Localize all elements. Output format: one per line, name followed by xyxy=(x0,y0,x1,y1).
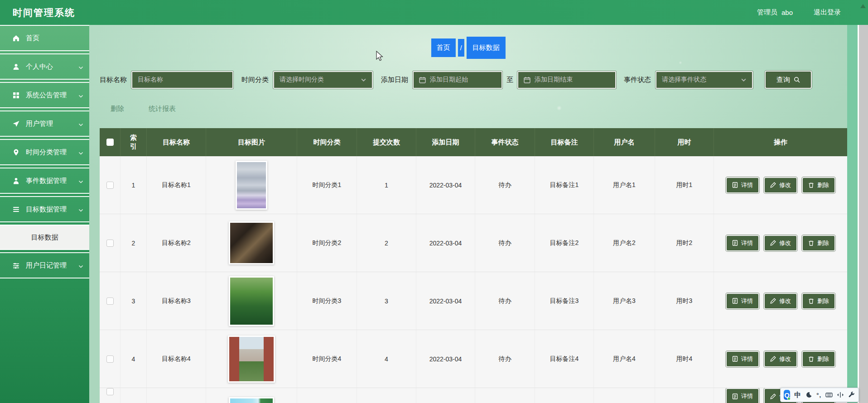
sidebar-item-label: 目标数据 xyxy=(31,233,58,242)
batch-delete-button[interactable]: 删除 xyxy=(111,105,124,113)
sidebar-item-menu[interactable]: 系统公告管理 xyxy=(0,82,89,108)
calendar-icon xyxy=(419,77,426,83)
column-header-index: 索引 xyxy=(121,128,147,156)
sidebar-item-menu[interactable]: 事件数据管理 xyxy=(0,168,89,194)
date-end-input[interactable]: 添加日期结束 xyxy=(517,71,616,89)
column-header-add-date: 添加日期 xyxy=(416,128,475,156)
cell-username: 用户名2 xyxy=(594,214,655,272)
sidebar-menu: 首页个人中心系统公告管理用户管理时间分类管理事件数据管理目标数据管理目标数据用户… xyxy=(0,25,89,278)
sidebar-item-menu[interactable]: 时间分类管理 xyxy=(0,139,89,165)
filter-bar: 目标名称 目标名称 时间分类 请选择时间分类 添加日期 添加日期起始 至 添加日… xyxy=(100,71,812,89)
table-header-row: 索引 目标名称 目标图片 时间分类 提交次数 添加日期 事件状态 目标备注 用户… xyxy=(100,128,847,156)
sliders-icon xyxy=(12,262,20,269)
chevron-down-icon xyxy=(78,263,84,269)
logout-button[interactable]: 退出登录 xyxy=(814,8,841,17)
detail-button[interactable]: 详情 xyxy=(726,388,759,403)
cell-add-date: 2022-03-04 xyxy=(416,272,475,330)
breadcrumb-current[interactable]: 目标数据 xyxy=(467,37,506,59)
target-name-input[interactable]: 目标名称 xyxy=(131,71,233,89)
breadcrumb-home-link[interactable]: 首页 xyxy=(431,38,455,57)
row-checkbox[interactable] xyxy=(106,182,114,189)
cell-target-image xyxy=(206,388,297,403)
event-status-select[interactable]: 请选择事件状态 xyxy=(656,71,753,89)
delete-button[interactable]: 删除 xyxy=(802,177,835,193)
chevron-down-icon xyxy=(78,121,84,127)
row-checkbox[interactable] xyxy=(106,297,114,305)
table-row: 2 目标名称2 时间分类2 2 2022-03-04 待办 目标备注2 用户名2… xyxy=(100,214,847,272)
time-category-select[interactable]: 请选择时间分类 xyxy=(273,71,373,89)
browser-scrollbar[interactable] xyxy=(858,25,868,403)
date-to-label: 至 xyxy=(506,76,513,84)
cell-username xyxy=(594,388,655,403)
sidebar-item-submenu[interactable]: 目标数据 xyxy=(0,225,89,250)
row-checkbox[interactable] xyxy=(106,355,114,363)
cell-submit-count: 2 xyxy=(357,214,416,272)
detail-button[interactable]: 详情 xyxy=(726,293,759,309)
cell-submit-count: 1 xyxy=(357,156,416,214)
delete-button[interactable]: 删除 xyxy=(802,235,835,251)
delete-button[interactable]: 删除 xyxy=(802,293,835,309)
cell-operations: 详情 修改 删除 xyxy=(714,330,847,388)
report-button[interactable]: 统计报表 xyxy=(149,105,176,113)
edit-button[interactable]: 修改 xyxy=(764,351,797,367)
cell-operations: 详情 修改 删除 xyxy=(714,156,847,214)
edit-button[interactable]: 修改 xyxy=(764,293,797,309)
row-checkbox[interactable] xyxy=(106,240,114,247)
sidebar-item-menu[interactable]: 个人中心 xyxy=(0,53,89,80)
keyboard-icon[interactable] xyxy=(825,391,833,398)
cell-duration: 用时2 xyxy=(655,214,714,272)
ime-language-toggle[interactable]: 中 xyxy=(794,391,801,399)
cell-index: 1 xyxy=(121,156,147,214)
sidebar-item-menu[interactable]: 首页 xyxy=(0,25,89,51)
sidebar-item-menu[interactable]: 用户管理 xyxy=(0,110,89,137)
column-header-image: 目标图片 xyxy=(206,128,297,156)
cell-category xyxy=(297,388,357,403)
pencil-icon xyxy=(770,356,776,362)
table-row: 4 目标名称4 时间分类4 4 2022-03-04 待办 目标备注4 用户名4… xyxy=(100,330,847,388)
column-header-username: 用户名 xyxy=(594,128,655,156)
edit-button[interactable]: 修改 xyxy=(764,235,797,251)
document-icon xyxy=(732,393,738,399)
target-image xyxy=(228,336,275,383)
row-checkbox[interactable] xyxy=(106,388,114,395)
table-body: 1 目标名称1 时间分类1 1 2022-03-04 待办 目标备注1 用户名1… xyxy=(100,156,847,403)
search-button[interactable]: 查询 xyxy=(765,71,812,89)
cell-target-image xyxy=(206,214,297,272)
cell-submit-count: 4 xyxy=(357,330,416,388)
chevron-down-icon xyxy=(361,77,366,83)
time-category-placeholder: 请选择时间分类 xyxy=(280,76,324,84)
cell-status: 待办 xyxy=(475,272,535,330)
cell-target-image xyxy=(206,272,297,330)
send-icon xyxy=(12,120,20,128)
search-icon xyxy=(794,77,800,83)
edit-button[interactable]: 修改 xyxy=(764,177,797,193)
cell-note: 目标备注4 xyxy=(535,330,594,388)
moon-icon[interactable] xyxy=(805,391,812,398)
home-icon xyxy=(12,34,20,42)
chevron-down-icon xyxy=(741,77,747,83)
content-scrollbar[interactable] xyxy=(847,25,858,403)
detail-button[interactable]: 详情 xyxy=(726,235,759,251)
date-start-input[interactable]: 添加日期起始 xyxy=(413,71,502,89)
row-checkbox-cell xyxy=(100,214,121,272)
cell-target-name: 目标名称3 xyxy=(147,272,206,330)
target-image xyxy=(229,397,274,403)
sidebar-item-menu[interactable]: 用户日记管理 xyxy=(0,252,89,278)
wrench-icon[interactable] xyxy=(848,391,855,398)
ime-logo-icon[interactable]: Q xyxy=(784,390,790,400)
cell-target-name: 目标名称4 xyxy=(147,330,206,388)
table-actions-bar: 删除 统计报表 xyxy=(111,105,176,113)
scrollbar-up-arrow-icon[interactable] xyxy=(860,4,866,8)
target-image xyxy=(229,221,274,264)
trash-icon xyxy=(808,182,814,188)
trash-icon xyxy=(808,298,814,304)
column-header-operation: 操作 xyxy=(714,128,847,156)
detail-button[interactable]: 详情 xyxy=(726,351,759,367)
sidebar-item-menu[interactable]: 目标数据管理 xyxy=(0,196,89,222)
punctuation-icon[interactable]: °, xyxy=(816,392,821,398)
detail-button[interactable]: 详情 xyxy=(726,177,759,193)
text-direction-icon[interactable] xyxy=(837,391,844,398)
delete-button[interactable]: 删除 xyxy=(802,351,835,367)
select-all-checkbox[interactable] xyxy=(106,139,114,146)
ime-toolbar: Q 中 °, xyxy=(780,388,859,402)
